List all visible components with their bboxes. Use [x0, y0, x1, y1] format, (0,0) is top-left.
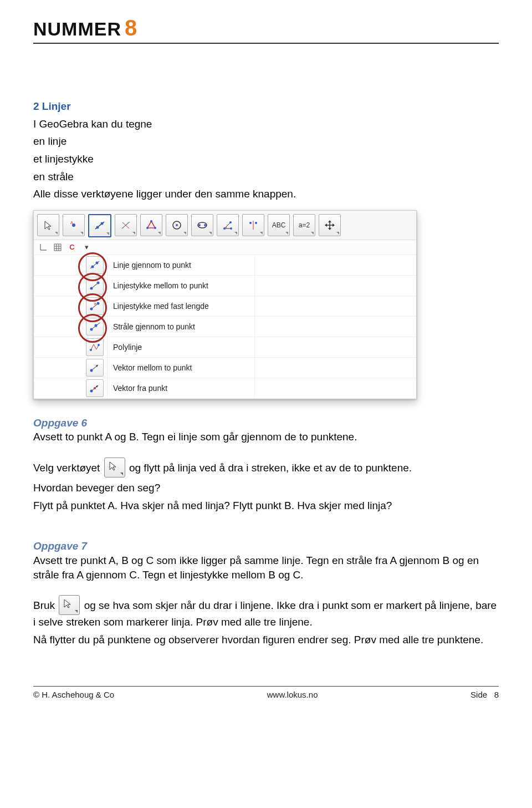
logo-word: NUMMER	[33, 18, 121, 40]
opp7-para1: Avsett tre punkt A, B og C som ikke ligg…	[33, 553, 499, 582]
bullet-3: en stråle	[33, 170, 499, 184]
svg-point-9	[154, 227, 156, 229]
svg-point-17	[229, 221, 232, 223]
intro-line-2: Alle disse verktøyene ligger under den s…	[33, 187, 499, 201]
tool-point[interactable]: A	[63, 214, 85, 236]
svg-point-55	[90, 389, 93, 392]
pointer-tool-icon	[59, 595, 80, 615]
page-footer: © H. Aschehoug & Co www.lokus.no Side 8	[33, 686, 499, 699]
svg-marker-24	[328, 220, 331, 222]
svg-point-4	[101, 222, 104, 225]
tool-pointer[interactable]	[37, 214, 59, 236]
tool-slider[interactable]: a=2	[293, 214, 315, 236]
svg-marker-27	[332, 223, 335, 227]
opp6-line2: Velg verktøyet og flytt på linja ved å d…	[33, 458, 499, 477]
svg-point-56	[94, 387, 96, 389]
footer-right: Side 8	[470, 690, 499, 699]
menu-item-segment-fixed[interactable]: Linjestykke med fast lengde	[108, 296, 254, 317]
dropdown-icon[interactable]: ▾	[81, 242, 91, 252]
spreadsheet-grid	[254, 255, 416, 399]
tool-angle[interactable]	[217, 214, 239, 236]
svg-marker-25	[328, 228, 331, 230]
menu-item-polyline[interactable]: Polylinje	[108, 337, 254, 358]
menu-label-column: Linje gjennom to punkt Linjestykke mello…	[108, 255, 254, 399]
opp6-line4: Flytt på punktet A. Hva skjer nå med lin…	[33, 499, 499, 513]
intro-line-1: I GeoGebra kan du tegne	[33, 117, 499, 131]
screenshot-toolbar: A ABC a=2	[34, 211, 416, 240]
tool-ellipse[interactable]	[191, 214, 213, 236]
svg-point-20	[249, 222, 252, 224]
bullet-1: en linje	[33, 134, 499, 149]
footer-left: © H. Aschehoug & Co	[33, 690, 114, 699]
tool-perpendicular[interactable]	[115, 214, 137, 236]
tool-polygon[interactable]	[140, 214, 162, 236]
menu-icon-vector-from-point[interactable]	[86, 379, 104, 397]
opp7-para3: Nå flytter du på punktene og observerer …	[33, 633, 499, 647]
footer-center: www.lokus.no	[267, 690, 318, 699]
svg-point-8	[150, 220, 152, 222]
svg-rect-30	[54, 244, 61, 251]
page-header: NUMMER 8	[33, 16, 499, 44]
oppgave-7-title: Oppgave 7	[33, 539, 499, 553]
svg-point-15	[204, 224, 206, 226]
menu-item-vector-from-point[interactable]: Vektor fra punkt	[108, 378, 254, 399]
tool-text[interactable]: ABC	[268, 214, 290, 236]
svg-point-49	[98, 344, 100, 346]
opp6-line3: Hvordan beveger den seg?	[33, 481, 499, 495]
logo-number: 8	[125, 16, 137, 40]
svg-point-16	[223, 227, 226, 230]
menu-item-vector[interactable]: Vektor mellom to punkt	[108, 358, 254, 378]
opp7-line2: Bruk og se hva som skjer når du drar i l…	[33, 595, 499, 629]
tool-line[interactable]	[88, 214, 111, 237]
svg-point-48	[90, 349, 92, 351]
svg-point-12	[176, 224, 178, 226]
svg-point-18	[230, 227, 232, 230]
svg-point-3	[96, 226, 99, 228]
svg-point-21	[255, 222, 257, 224]
menu-icon-column: a	[34, 255, 108, 399]
tool-move-view[interactable]	[319, 214, 341, 236]
pointer-tool-icon	[104, 458, 125, 477]
svg-marker-26	[325, 223, 327, 227]
capture-icon[interactable]: C	[67, 242, 77, 252]
svg-text:A: A	[70, 221, 73, 225]
tool-reflect[interactable]	[242, 214, 264, 236]
menu-item-line[interactable]: Linje gjennom to punkt	[108, 255, 254, 276]
geogebra-screenshot: A ABC a=2 C ▾ a	[33, 210, 417, 399]
svg-point-10	[146, 227, 149, 229]
tool-circle[interactable]	[166, 214, 188, 236]
svg-point-52	[90, 369, 93, 372]
section-title: 2 Linjer	[33, 99, 499, 114]
svg-point-14	[198, 224, 201, 226]
bullet-2: et linjestykke	[33, 152, 499, 166]
opp6-line1: Avsett to punkt A og B. Tegn ei linje so…	[33, 430, 499, 444]
oppgave-6-title: Oppgave 6	[33, 416, 499, 430]
grid-icon[interactable]	[53, 242, 63, 252]
axes-icon[interactable]	[38, 242, 48, 252]
menu-item-segment[interactable]: Linjestykke mellom to punkt	[108, 276, 254, 296]
menu-icon-vector[interactable]	[86, 359, 104, 377]
menu-item-ray[interactable]: Stråle gjennom to punkt	[108, 317, 254, 337]
